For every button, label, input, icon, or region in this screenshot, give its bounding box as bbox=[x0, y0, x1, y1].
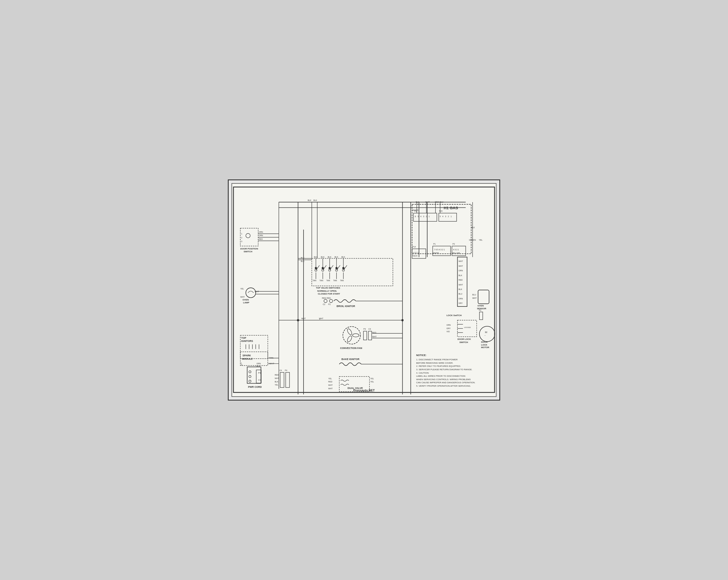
svg-text:P1: P1 bbox=[433, 243, 436, 245]
svg-text:GRY: GRY bbox=[459, 302, 463, 304]
svg-text:BLK: BLK bbox=[335, 256, 338, 258]
svg-text:WHT: WHT bbox=[328, 388, 333, 389]
svg-text:1.  DISCONNECT RANGE FROM POWE: 1. DISCONNECT RANGE FROM POWER bbox=[416, 358, 458, 361]
svg-text:NOTICE:: NOTICE: bbox=[416, 354, 426, 357]
svg-text:4: 4 bbox=[442, 216, 443, 217]
svg-text:TOP VALVE SWITCHES: TOP VALVE SWITCHES bbox=[316, 286, 340, 289]
svg-text:RED: RED bbox=[328, 381, 332, 383]
svg-text:SWITCH: SWITCH bbox=[244, 250, 253, 253]
svg-text:NORMALLY OPEN.: NORMALLY OPEN. bbox=[317, 290, 337, 292]
svg-text:WHT: WHT bbox=[472, 297, 477, 299]
svg-text:P15: P15 bbox=[439, 210, 442, 212]
svg-text:2.  REFER ONLY TO FEATURES EQU: 2. REFER ONLY TO FEATURES EQUIPPED. bbox=[416, 365, 461, 367]
svg-text:WHT: WHT bbox=[459, 284, 463, 286]
svg-text:BLK: BLK bbox=[459, 288, 462, 290]
svg-text:WHITE: WHITE bbox=[413, 209, 419, 211]
svg-text:BLK: BLK bbox=[459, 274, 462, 276]
svg-text:H1 GAS: H1 GAS bbox=[444, 206, 458, 210]
svg-text:1: 1 bbox=[241, 233, 242, 235]
svg-text:2: 2 bbox=[448, 216, 449, 217]
svg-text:3: 3 bbox=[241, 240, 242, 242]
svg-text:YEL: YEL bbox=[479, 239, 483, 241]
svg-text:C2: C2 bbox=[323, 303, 326, 305]
svg-text:SPARK: SPARK bbox=[242, 354, 251, 357]
svg-text:WHT: WHT bbox=[240, 296, 244, 298]
svg-text:TAN: TAN bbox=[319, 279, 323, 281]
svg-text:LABEL ALL WIRES PRIOR TO DISCO: LABEL ALL WIRES PRIOR TO DISCONNECTION bbox=[416, 375, 465, 377]
svg-text:GRY: GRY bbox=[447, 327, 451, 329]
svg-text:Pressauto.NET: Pressauto.NET bbox=[353, 389, 375, 392]
svg-text:TAN: TAN bbox=[340, 279, 344, 281]
svg-text:GREEN: GREEN bbox=[469, 239, 476, 241]
svg-text:1: 1 bbox=[450, 216, 452, 217]
svg-text:C3: C3 bbox=[368, 328, 371, 330]
svg-text:VIO: VIO bbox=[447, 331, 450, 333]
svg-text:BLK: BLK bbox=[314, 256, 318, 258]
svg-text:4 3 2 1: 4 3 2 1 bbox=[453, 249, 459, 251]
svg-text:LOCK: LOCK bbox=[481, 343, 487, 346]
svg-text:1: 1 bbox=[429, 216, 430, 217]
svg-text:TOP: TOP bbox=[241, 336, 246, 339]
svg-text:BROIL IGNITOR: BROIL IGNITOR bbox=[336, 305, 355, 308]
svg-text:BLU: BLU bbox=[459, 293, 462, 295]
svg-text:P3: P3 bbox=[258, 371, 261, 374]
svg-text:WHT: WHT bbox=[328, 384, 333, 386]
svg-text:RED: RED bbox=[275, 374, 279, 376]
svg-text:BLU: BLU bbox=[472, 294, 476, 296]
svg-text:WHEN SERVICING CONTROLS. WIRIN: WHEN SERVICING CONTROLS. WIRING PROBLEMS bbox=[416, 378, 471, 381]
svg-text:TAN: TAN bbox=[326, 279, 330, 281]
svg-text:BEFORE REMOVING WIRE COVER.: BEFORE REMOVING WIRE COVER. bbox=[416, 362, 453, 364]
svg-text:GRN: GRN bbox=[257, 363, 261, 364]
svg-text:P2: P2 bbox=[452, 243, 455, 245]
svg-text:3: 3 bbox=[423, 216, 424, 217]
svg-text:5.  VERIFY PROPER OPERATION AF: 5. VERIFY PROPER OPERATION AFTER SERVICI… bbox=[416, 385, 471, 387]
page-container: PWR CORD P3 C3 GRN BLK TOP IGNITORS SP bbox=[228, 179, 500, 401]
svg-text:IGNITORS: IGNITORS bbox=[241, 340, 253, 342]
svg-text:MOTOR: MOTOR bbox=[481, 346, 489, 349]
svg-text:5: 5 bbox=[418, 216, 419, 217]
svg-text:DOOR: DOOR bbox=[481, 341, 488, 343]
svg-text:BAKE IGNITOR: BAKE IGNITOR bbox=[342, 358, 360, 361]
svg-text:WHT: WHT bbox=[275, 377, 279, 379]
svg-text:LOCKED: LOCKED bbox=[464, 327, 471, 328]
svg-text:LAMP: LAMP bbox=[243, 301, 250, 304]
svg-text:CONVECTION FAN: CONVECTION FAN bbox=[340, 347, 362, 350]
svg-text:BLK: BLK bbox=[301, 257, 305, 259]
svg-text:BLK: BLK bbox=[321, 256, 324, 258]
svg-point-66 bbox=[329, 267, 331, 269]
svg-text:C4: C4 bbox=[280, 369, 282, 371]
svg-text:RED: RED bbox=[322, 297, 326, 299]
svg-text:2: 2 bbox=[241, 237, 242, 239]
svg-text:YEL: YEL bbox=[240, 288, 244, 290]
svg-point-60 bbox=[322, 267, 324, 269]
svg-text:SENSOR: SENSOR bbox=[477, 307, 486, 310]
svg-text:RED: RED bbox=[459, 279, 463, 281]
svg-text:ORN: ORN bbox=[447, 324, 451, 326]
diagram-area: PWR CORD P3 C3 GRN BLK TOP IGNITORS SP bbox=[232, 183, 496, 397]
svg-text:BLK: BLK bbox=[301, 260, 305, 262]
svg-text:2: 2 bbox=[426, 216, 427, 217]
svg-text:M: M bbox=[485, 331, 487, 334]
svg-point-230 bbox=[297, 319, 299, 322]
svg-text:YEL: YEL bbox=[328, 378, 332, 380]
svg-text:P4: P4 bbox=[285, 369, 287, 371]
svg-point-78 bbox=[342, 267, 344, 269]
svg-text:CLOSED FOR START: CLOSED FOR START bbox=[318, 293, 340, 295]
svg-text:5: 5 bbox=[439, 216, 441, 217]
svg-text:TAN: TAN bbox=[333, 279, 337, 281]
svg-text:P2: P2 bbox=[479, 309, 482, 311]
svg-text:PWR CORD: PWR CORD bbox=[248, 386, 262, 388]
svg-text:C3: C3 bbox=[258, 379, 261, 381]
svg-text:ORN: ORN bbox=[259, 234, 263, 237]
svg-point-229 bbox=[401, 319, 404, 322]
svg-text:BLK: BLK bbox=[313, 199, 317, 201]
wiring-diagram-svg: PWR CORD P3 C3 GRN BLK TOP IGNITORS SP bbox=[232, 184, 496, 396]
svg-text:OVEN: OVEN bbox=[242, 299, 249, 301]
svg-text:P3: P3 bbox=[363, 328, 366, 330]
svg-text:SWITCH: SWITCH bbox=[459, 341, 468, 343]
svg-text:N: N bbox=[241, 364, 242, 366]
svg-text:BLK: BLK bbox=[275, 381, 278, 383]
svg-text:4.  CAUTION:: 4. CAUTION: bbox=[416, 371, 429, 374]
svg-text:P14: P14 bbox=[413, 246, 416, 248]
svg-text:TACH: TACH bbox=[413, 255, 418, 257]
